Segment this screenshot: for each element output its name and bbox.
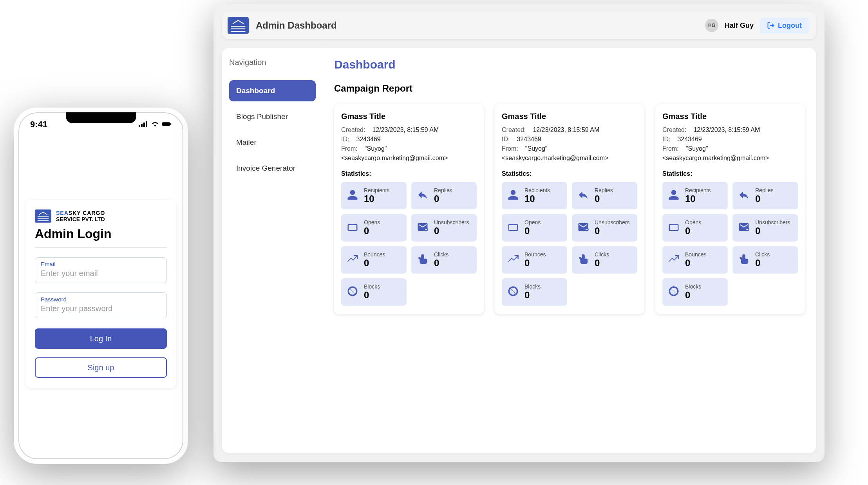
logout-label: Logout	[778, 22, 802, 30]
from-value: "Suyog"	[686, 145, 708, 152]
stat-bounces: Bounces 0	[662, 246, 728, 274]
stat-blocks: Blocks0	[341, 278, 407, 306]
unsub-label: Unsubscribers	[595, 219, 629, 225]
id-value: 3243469	[677, 136, 702, 143]
clicks-value: 0	[595, 258, 609, 269]
opens-label: Opens	[524, 219, 541, 225]
blocks-label: Blocks	[524, 283, 541, 290]
sidebar-item-invoice-generator[interactable]: Invoice Generator	[229, 158, 316, 179]
bounces-value: 0	[524, 258, 546, 269]
password-input[interactable]	[41, 304, 161, 313]
stat-unsub: Unsubscribers 0	[572, 214, 637, 242]
blocks-value: 0	[364, 290, 380, 301]
card-title: Gmass Title	[662, 112, 798, 121]
seasky-logo-icon	[35, 209, 51, 223]
svg-rect-3	[146, 121, 147, 127]
login-button[interactable]: Log In	[35, 328, 167, 349]
stat-replies: Replies 0	[411, 182, 477, 209]
replies-icon	[738, 189, 750, 202]
logout-icon	[767, 22, 775, 29]
blocks-icon	[668, 285, 680, 299]
from-email: <seaskycargo.marketing@gmail.com>	[341, 155, 477, 162]
desktop-window: Admin Dashboard HG Half Guy Logout Navig…	[213, 4, 825, 462]
stat-recipients: Recipients 10	[662, 182, 728, 209]
sidebar-item-blogs-publisher[interactable]: Blogs Publisher	[229, 106, 316, 127]
blocks-value: 0	[524, 290, 541, 301]
created-label: Created:	[662, 126, 686, 133]
bounces-icon	[507, 253, 519, 267]
created-value: 12/23/2023, 8:15:59 AM	[372, 126, 439, 133]
signup-button[interactable]: Sign up	[35, 357, 167, 378]
unsub-icon	[417, 221, 429, 234]
login-title: Admin Login	[35, 227, 167, 248]
replies-label: Replies	[434, 187, 452, 193]
recipients-label: Recipients	[685, 187, 711, 193]
unsub-value: 0	[595, 225, 629, 236]
unsub-value: 0	[755, 225, 790, 236]
topbar: Admin Dashboard HG Half Guy Logout	[222, 12, 816, 39]
replies-icon	[577, 189, 589, 202]
campaign-card: Gmass Title Created:12/23/2023, 8:15:59 …	[655, 104, 805, 314]
user-name: Half Guy	[725, 22, 754, 30]
sidebar-item-dashboard[interactable]: Dashboard	[229, 80, 316, 101]
id-value: 3243469	[517, 136, 541, 143]
email-field-wrap[interactable]: Email	[35, 257, 167, 283]
stat-blocks: Blocks0	[502, 278, 567, 306]
avatar[interactable]: HG	[705, 19, 718, 32]
login-card: SEASKY CARGO SERVICE PVT. LTD Admin Logi…	[25, 200, 176, 388]
from-email: <seaskycargo.marketing@gmail.com>	[502, 155, 637, 162]
logout-button[interactable]: Logout	[760, 18, 809, 34]
opens-label: Opens	[685, 219, 701, 225]
campaign-card: Gmass Title Created:12/23/2023, 8:15:59 …	[495, 104, 644, 314]
blocks-icon	[347, 285, 358, 299]
unsub-icon	[577, 221, 589, 234]
stat-clicks: Clicks 0	[572, 246, 637, 274]
sidebar-item-mailer[interactable]: Mailer	[229, 132, 316, 153]
stat-replies: Replies 0	[732, 182, 798, 209]
replies-value: 0	[755, 193, 774, 204]
svg-rect-2	[143, 123, 145, 127]
svg-rect-4	[162, 122, 170, 126]
replies-label: Replies	[755, 187, 774, 193]
bounces-icon	[668, 253, 680, 267]
stat-blocks: Blocks0	[662, 278, 728, 306]
replies-label: Replies	[595, 187, 613, 193]
opens-icon	[668, 221, 680, 234]
brand-logo-block: SEASKY CARGO SERVICE PVT. LTD	[35, 209, 167, 223]
section-title: Campaign Report	[334, 83, 805, 94]
battery-icon	[162, 119, 172, 130]
bounces-value: 0	[364, 258, 385, 269]
blocks-icon	[507, 285, 519, 299]
opens-label: Opens	[364, 219, 380, 225]
stat-unsub: Unsubscribers 0	[411, 214, 477, 242]
recipients-value: 10	[685, 193, 711, 204]
stat-opens: Opens 0	[502, 214, 567, 242]
sidebar: Navigation Dashboard Blogs Publisher Mai…	[222, 48, 323, 453]
stat-recipients: Recipients 10	[502, 182, 567, 209]
unsub-label: Unsubscribers	[755, 219, 790, 225]
stat-opens: Opens 0	[341, 214, 407, 242]
from-label: From:	[662, 145, 679, 152]
page-title: Dashboard	[334, 58, 805, 71]
recipients-value: 10	[364, 193, 389, 204]
phone-mockup: 9:41 SEASKY	[14, 108, 188, 464]
stats-title: Statistics:	[502, 170, 637, 177]
from-email: <seaskycargo.marketing@gmail.com>	[662, 155, 798, 162]
opens-value: 0	[364, 225, 380, 236]
recipients-label: Recipients	[364, 187, 389, 193]
recipients-label: Recipients	[524, 187, 550, 193]
stat-bounces: Bounces 0	[502, 246, 567, 274]
stat-replies: Replies 0	[572, 182, 637, 209]
email-input[interactable]	[41, 269, 161, 278]
password-field-wrap[interactable]: Password	[35, 292, 167, 318]
created-value: 12/23/2023, 8:15:59 AM	[533, 126, 599, 133]
bounces-label: Bounces	[364, 251, 385, 258]
svg-rect-0	[139, 125, 140, 127]
bounces-label: Bounces	[685, 251, 706, 258]
clicks-value: 0	[434, 258, 448, 269]
phone-status-bar: 9:41	[18, 112, 183, 133]
content-area: Dashboard Campaign Report Gmass Title Cr…	[323, 48, 816, 453]
clicks-icon	[417, 253, 429, 267]
bounces-label: Bounces	[524, 251, 546, 258]
replies-value: 0	[434, 193, 452, 204]
